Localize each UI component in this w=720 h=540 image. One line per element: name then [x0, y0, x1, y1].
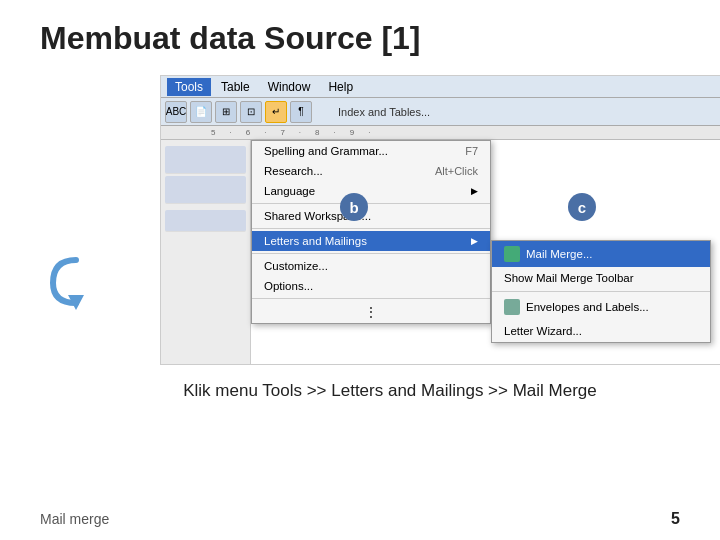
- toolbar: ABC 📄 ⊞ ⊡ ↵ ¶ Index and Tables...: [161, 98, 720, 126]
- menu-window[interactable]: Window: [260, 78, 319, 96]
- dropdown-spelling[interactable]: Spelling and Grammar... F7: [252, 141, 490, 161]
- footer-page: 5: [671, 510, 680, 528]
- dropdown-options[interactable]: Options...: [252, 276, 490, 296]
- doc-area: Spelling and Grammar... F7 Research... A…: [161, 140, 720, 365]
- menu-help[interactable]: Help: [320, 78, 361, 96]
- ruler: 5·6·7·8·9·: [161, 126, 720, 140]
- slide: Membuat data Source [1] Tools Table Wind…: [0, 0, 720, 540]
- submenu-show-toolbar[interactable]: Show Mail Merge Toolbar: [492, 267, 710, 289]
- index-tables-label: Index and Tables...: [338, 106, 430, 118]
- dropdown-shared-workspace[interactable]: Shared Workspace...: [252, 206, 490, 226]
- label-b: b: [340, 193, 368, 221]
- arrow-icon: [48, 255, 103, 310]
- dropdown-letters-mailings[interactable]: Letters and Mailings ▶: [252, 231, 490, 251]
- menu-tools[interactable]: Tools: [167, 78, 211, 96]
- dropdown-language[interactable]: Language ▶: [252, 181, 490, 201]
- dropdown-research[interactable]: Research... Alt+Click: [252, 161, 490, 181]
- menu-table[interactable]: Table: [213, 78, 258, 96]
- tools-dropdown: Spelling and Grammar... F7 Research... A…: [251, 140, 491, 324]
- submenu-mail-merge[interactable]: Mail Merge...: [492, 241, 710, 267]
- dropdown-customize[interactable]: Customize...: [252, 256, 490, 276]
- doc-left-item-2: [165, 176, 246, 204]
- menu-bar: Tools Table Window Help: [161, 76, 720, 98]
- toolbar-btn-3[interactable]: ⊞: [215, 101, 237, 123]
- toolbar-btn-5[interactable]: ↵: [265, 101, 287, 123]
- screenshot-wrapper: Tools Table Window Help ABC 📄 ⊞ ⊡ ↵ ¶ In…: [100, 75, 720, 365]
- toolbar-btn-1[interactable]: ABC: [165, 101, 187, 123]
- footer-label: Mail merge: [40, 511, 109, 527]
- screenshot-area: Tools Table Window Help ABC 📄 ⊞ ⊡ ↵ ¶ In…: [160, 75, 720, 365]
- label-c: c: [568, 193, 596, 221]
- doc-content: Spelling and Grammar... F7 Research... A…: [251, 140, 720, 365]
- doc-left-panel: [161, 140, 251, 365]
- separator-2: [252, 228, 490, 229]
- submenu-sep: [492, 291, 710, 292]
- slide-title: Membuat data Source [1]: [40, 20, 680, 57]
- submenu-envelopes[interactable]: Envelopes and Labels...: [492, 294, 710, 320]
- doc-left-item-3: [165, 210, 246, 232]
- separator-4: [252, 298, 490, 299]
- doc-left-item-1: [165, 146, 246, 174]
- instruction-text: Klik menu Tools >> Letters and Mailings …: [100, 381, 680, 401]
- submenu-letters: Mail Merge... Show Mail Merge Toolbar En…: [491, 240, 711, 343]
- separator-1: [252, 203, 490, 204]
- submenu-letter-wizard[interactable]: Letter Wizard...: [492, 320, 710, 342]
- footer: Mail merge 5: [0, 510, 720, 528]
- dropdown-more[interactable]: ⋮: [252, 301, 490, 323]
- toolbar-btn-2[interactable]: 📄: [190, 101, 212, 123]
- separator-3: [252, 253, 490, 254]
- mail-merge-icon: [504, 246, 520, 262]
- envelopes-icon: [504, 299, 520, 315]
- toolbar-btn-6[interactable]: ¶: [290, 101, 312, 123]
- toolbar-btn-4[interactable]: ⊡: [240, 101, 262, 123]
